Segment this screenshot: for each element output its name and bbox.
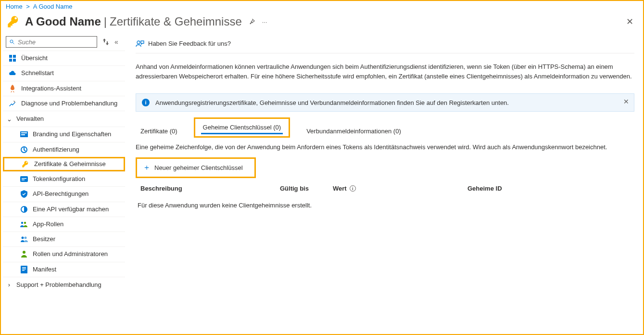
breadcrumb-app[interactable]: A Good Name bbox=[33, 3, 73, 10]
sidebar-item-apiperms[interactable]: API-Berechtigungen bbox=[3, 186, 125, 201]
info-banner: i Anwendungsregistrierungszertifikate, G… bbox=[136, 93, 634, 112]
key-small-icon bbox=[22, 160, 29, 168]
pin-icon[interactable] bbox=[249, 18, 255, 25]
sidebar-item-label: Eine API verfügbar machen bbox=[33, 206, 109, 213]
sidebar-item-label: Rollen und Administratoren bbox=[33, 250, 108, 258]
tabs: Zertifikate (0) Geheime Clientschlüssel … bbox=[136, 117, 634, 138]
toolbar: Haben Sie Feedback für uns? bbox=[136, 34, 634, 53]
diagnose-icon bbox=[9, 100, 16, 107]
col-value-label: Wert bbox=[333, 185, 347, 192]
sidebar-item-label: App-Rollen bbox=[33, 220, 63, 228]
sidebar-section-label: Support + Problembehandlung bbox=[16, 281, 101, 289]
sidebar-item-branding[interactable]: Branding und Eigenschaften bbox=[3, 127, 125, 142]
description-text: Anhand von Anmeldeinformationen können v… bbox=[136, 53, 634, 81]
tab-certificates[interactable]: Zertifikate (0) bbox=[139, 123, 179, 138]
page-header: A Good Name | Zertifikate & Geheimnisse … bbox=[1, 12, 643, 34]
title-divider: | bbox=[104, 15, 107, 28]
close-info-icon[interactable]: ✕ bbox=[623, 98, 629, 105]
svg-rect-11 bbox=[22, 178, 26, 179]
info-text: Anwendungsregistrierungszertifikate, Geh… bbox=[155, 99, 509, 106]
search-input[interactable] bbox=[18, 39, 94, 46]
svg-rect-10 bbox=[20, 176, 28, 182]
tab-description: Eine geheime Zeichenfolge, die von der A… bbox=[136, 143, 634, 151]
sidebar-item-label: Manifest bbox=[33, 266, 56, 273]
empty-state-message: Für diese Anwendung wurden keine Clientg… bbox=[136, 195, 634, 216]
svg-line-1 bbox=[13, 43, 14, 44]
sort-icon[interactable] bbox=[103, 39, 109, 45]
sidebar-item-owners[interactable]: Besitzer bbox=[3, 232, 125, 246]
token-icon bbox=[20, 175, 28, 183]
sidebar-item-approles[interactable]: App-Rollen bbox=[3, 217, 125, 232]
sidebar-item-auth[interactable]: Authentifizierung bbox=[3, 142, 125, 157]
info-icon: i bbox=[142, 99, 150, 106]
sidebar-item-certs[interactable]: Zertifikate & Geheimnisse bbox=[3, 157, 125, 171]
tab-federated[interactable]: Verbundanmeldeinformationen (0) bbox=[304, 123, 403, 138]
sidebar-item-label: Authentifizierung bbox=[33, 146, 79, 154]
svg-rect-19 bbox=[21, 266, 27, 273]
tab-client-secrets[interactable]: Geheime Clientschlüssel (0) bbox=[201, 121, 283, 134]
sidebar-item-roles[interactable]: Rollen und Administratoren bbox=[3, 246, 125, 261]
sidebar-item-quickstart[interactable]: Schnellstart bbox=[3, 65, 125, 80]
sidebar-section-support[interactable]: › Support + Problembehandlung bbox=[3, 277, 125, 293]
svg-rect-2 bbox=[9, 55, 12, 58]
more-icon[interactable]: ··· bbox=[262, 18, 267, 26]
svg-rect-3 bbox=[13, 55, 16, 58]
app-name: A Good Name bbox=[25, 15, 101, 28]
breadcrumb-home[interactable]: Home bbox=[6, 3, 23, 10]
breadcrumb: Home > A Good Name bbox=[1, 1, 643, 12]
secrets-table: Beschreibung Gültig bis Wert i Geheime I… bbox=[136, 182, 634, 216]
svg-rect-21 bbox=[22, 269, 26, 270]
highlight-box-new-secret: ＋ Neuer geheimer Clientschlüssel bbox=[136, 157, 256, 178]
search-input-wrap[interactable] bbox=[6, 36, 97, 48]
svg-rect-12 bbox=[22, 180, 25, 180]
sidebar-item-label: Diagnose und Problembehandlung bbox=[21, 100, 117, 107]
sidebar-item-token[interactable]: Tokenkonfiguration bbox=[3, 171, 125, 186]
table-header: Beschreibung Gültig bis Wert i Geheime I… bbox=[136, 182, 634, 195]
svg-point-14 bbox=[21, 222, 23, 224]
col-description: Beschreibung bbox=[140, 185, 280, 192]
chevron-right-icon: > bbox=[26, 3, 30, 10]
svg-point-15 bbox=[24, 222, 26, 224]
rocket-icon bbox=[9, 85, 16, 92]
col-secret-id: Geheime ID bbox=[467, 185, 630, 192]
sidebar-item-label: Übersicht bbox=[21, 54, 48, 62]
key-icon bbox=[6, 14, 21, 29]
feedback-button[interactable]: Haben Sie Feedback für uns? bbox=[136, 40, 231, 48]
page-title: Zertifikate & Geheimnisse bbox=[110, 15, 242, 28]
sidebar: « Übersicht Schnellstart Integrations-As… bbox=[1, 34, 127, 334]
sidebar-section-label: Verwalten bbox=[16, 115, 44, 123]
chevron-right-icon: › bbox=[6, 281, 13, 288]
svg-point-18 bbox=[23, 251, 25, 254]
svg-rect-7 bbox=[21, 132, 27, 133]
sidebar-item-exposeapi[interactable]: Eine API verfügbar machen bbox=[3, 202, 125, 217]
sidebar-item-label: Integrations-Assistent bbox=[21, 85, 81, 92]
info-tooltip-icon[interactable]: i bbox=[350, 185, 356, 192]
manifest-icon bbox=[20, 266, 28, 273]
sidebar-section-verwalten[interactable]: ⌄ Verwalten bbox=[3, 111, 125, 127]
roles-icon bbox=[20, 250, 28, 258]
svg-point-0 bbox=[10, 40, 13, 43]
sidebar-item-diagnose[interactable]: Diagnose und Problembehandlung bbox=[3, 96, 125, 111]
svg-rect-5 bbox=[13, 59, 16, 62]
overview-icon bbox=[9, 54, 16, 62]
sidebar-item-overview[interactable]: Übersicht bbox=[3, 51, 125, 65]
new-client-secret-button[interactable]: ＋ Neuer geheimer Clientschlüssel bbox=[139, 161, 247, 175]
svg-rect-20 bbox=[22, 267, 26, 268]
svg-point-23 bbox=[137, 41, 140, 44]
collapse-sidebar-icon[interactable]: « bbox=[114, 38, 118, 46]
expose-api-icon bbox=[20, 206, 28, 213]
search-icon bbox=[9, 39, 15, 45]
sidebar-item-manifest[interactable]: Manifest bbox=[3, 262, 125, 277]
plus-icon: ＋ bbox=[143, 163, 151, 173]
svg-rect-22 bbox=[22, 270, 25, 271]
close-icon[interactable]: ✕ bbox=[626, 16, 633, 27]
svg-rect-8 bbox=[21, 134, 25, 135]
svg-rect-4 bbox=[9, 59, 12, 62]
approles-icon bbox=[20, 220, 28, 228]
sidebar-item-integration[interactable]: Integrations-Assistent bbox=[3, 81, 125, 96]
svg-point-17 bbox=[25, 237, 27, 239]
chevron-down-icon: ⌄ bbox=[6, 116, 13, 123]
branding-icon bbox=[20, 130, 28, 138]
col-value: Wert i bbox=[333, 185, 467, 192]
col-expires: Gültig bis bbox=[280, 185, 333, 192]
